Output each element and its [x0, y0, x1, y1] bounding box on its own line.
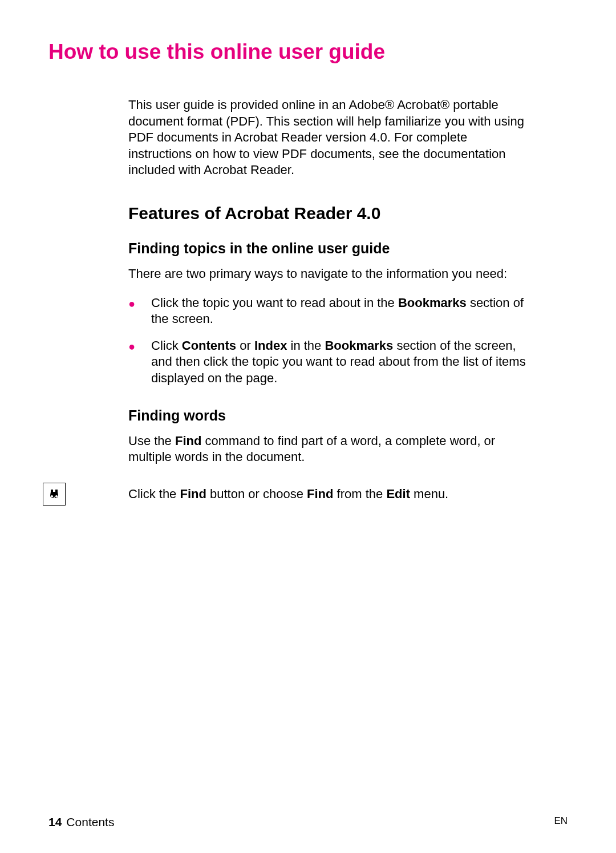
bold-find: Find [307, 487, 333, 501]
bullet-text: Click the topic you want to read about i… [151, 296, 398, 310]
bold-bookmarks: Bookmarks [325, 338, 393, 353]
text-segment: Click the [128, 487, 180, 501]
finding-topics-list: Click the topic you want to read about i… [128, 295, 533, 387]
footer-language: EN [554, 815, 568, 829]
section-heading-features: Features of Acrobat Reader 4.0 [128, 204, 533, 223]
finding-topics-intro: There are two primary ways to navigate t… [128, 266, 533, 282]
text-segment: menu. [410, 487, 448, 501]
bold-contents: Contents [182, 338, 236, 353]
text-segment: Use the [128, 434, 175, 448]
bold-edit: Edit [386, 487, 410, 501]
subsection-heading-finding-topics: Finding topics in the online user guide [128, 240, 533, 257]
bold-bookmarks: Bookmarks [398, 296, 467, 310]
bold-find: Find [180, 487, 206, 501]
footer-section-label: Contents [66, 815, 114, 828]
bold-find: Find [175, 434, 201, 448]
text-segment: button or choose [206, 487, 307, 501]
bullet-text: Click [151, 338, 182, 353]
bullet-text: or [236, 338, 254, 353]
page-footer: 14Contents EN [48, 815, 568, 829]
page-title: How to use this online user guide [48, 40, 568, 64]
intro-paragraph: This user guide is provided online in an… [128, 97, 533, 179]
list-item: Click Contents or Index in the Bookmarks… [128, 338, 533, 387]
subsection-heading-finding-words: Finding words [128, 407, 533, 424]
binoculars-icon [43, 483, 66, 506]
page-number: 14 [48, 815, 62, 828]
find-instruction-text: Click the Find button or choose Find fro… [128, 483, 448, 503]
footer-left: 14Contents [48, 815, 114, 829]
svg-point-0 [51, 495, 53, 497]
text-segment: from the [333, 487, 386, 501]
list-item: Click the topic you want to read about i… [128, 295, 533, 328]
svg-point-1 [56, 495, 58, 497]
bold-index: Index [254, 338, 287, 353]
finding-words-text: Use the Find command to find part of a w… [128, 433, 533, 466]
bullet-text: in the [287, 338, 325, 353]
